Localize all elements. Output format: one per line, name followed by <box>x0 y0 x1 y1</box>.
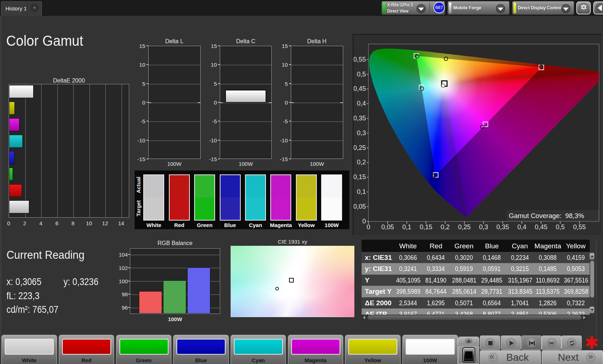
svg-text:0,2: 0,2 <box>441 223 450 231</box>
svg-text:0,45: 0,45 <box>535 223 547 231</box>
svg-text:0,25: 0,25 <box>458 223 471 231</box>
svg-text:0,15: 0,15 <box>420 223 432 231</box>
svg-text:Gamut Coverage: 98,3%: Gamut Coverage: 98,3% <box>509 212 584 219</box>
svg-text:0,45: 0,45 <box>354 85 366 92</box>
svg-text:0,5: 0,5 <box>556 223 565 231</box>
svg-text:0,3: 0,3 <box>357 129 366 137</box>
svg-text:0: 0 <box>362 218 366 225</box>
svg-text:0,05: 0,05 <box>381 223 394 231</box>
svg-text:0,4: 0,4 <box>517 223 526 231</box>
svg-text:0,4: 0,4 <box>357 100 366 107</box>
svg-text:0,55: 0,55 <box>573 223 586 231</box>
svg-text:0,1: 0,1 <box>357 188 366 195</box>
svg-text:0,05: 0,05 <box>354 203 366 210</box>
svg-text:0,55: 0,55 <box>354 56 366 63</box>
svg-text:0,3: 0,3 <box>479 223 488 231</box>
svg-text:0,25: 0,25 <box>354 144 366 151</box>
svg-text:0,2: 0,2 <box>357 159 366 166</box>
svg-text:0: 0 <box>367 223 370 231</box>
svg-text:0,35: 0,35 <box>497 223 509 231</box>
svg-text:0,35: 0,35 <box>354 115 366 122</box>
svg-text:0,1: 0,1 <box>402 223 411 231</box>
svg-text:0,5: 0,5 <box>357 71 366 78</box>
svg-text:0,15: 0,15 <box>354 173 366 181</box>
